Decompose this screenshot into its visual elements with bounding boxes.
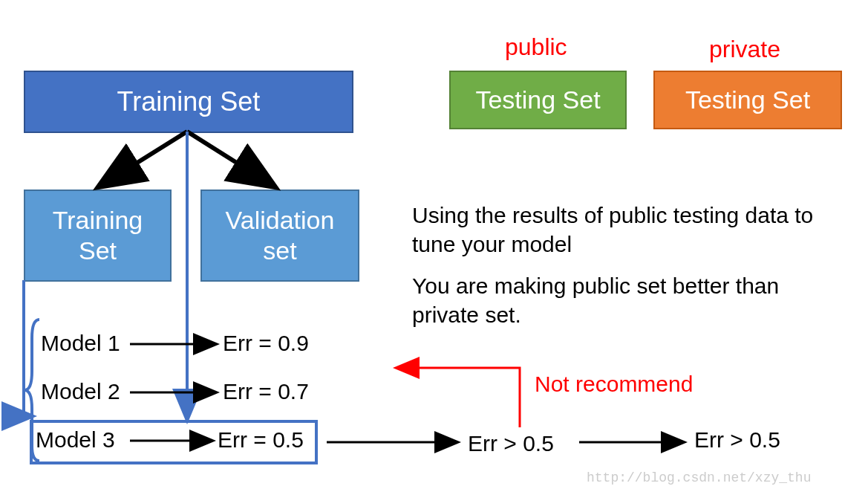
testing-set-public: Testing Set (449, 71, 627, 129)
red-arrow-not-recommend (397, 368, 520, 427)
validation-set: Validation set (200, 190, 359, 282)
training-set-small: Training Set (24, 190, 172, 282)
testing-set-private-label: Testing Set (685, 85, 810, 114)
model2-label: Model 2 (41, 379, 120, 404)
desc2: You are making public set better than pr… (412, 271, 843, 329)
private-label: private (709, 36, 780, 63)
err1-label: Err = 0.9 (223, 331, 309, 356)
training-set-big-label: Training Set (117, 86, 261, 117)
testing-set-public-label: Testing Set (475, 85, 600, 114)
model3-highlight (30, 420, 318, 464)
watermark: http://blog.csdn.net/xzy_thu (587, 470, 811, 485)
arrow-training-to-training-small (100, 132, 187, 186)
err5-label: Err > 0.5 (694, 427, 780, 453)
training-set-small-label: Training Set (53, 205, 143, 266)
training-set-big: Training Set (24, 71, 353, 133)
model1-label: Model 1 (41, 331, 120, 356)
arrow-training-to-validation (187, 132, 273, 186)
desc1: Using the results of public testing data… (412, 201, 843, 259)
validation-set-label: Validation set (226, 205, 335, 266)
err2-label: Err = 0.7 (223, 379, 309, 404)
testing-set-private: Testing Set (653, 71, 842, 129)
public-label: public (505, 33, 567, 61)
err4-label: Err > 0.5 (468, 431, 554, 456)
not-recommend-label: Not recommend (535, 372, 693, 397)
